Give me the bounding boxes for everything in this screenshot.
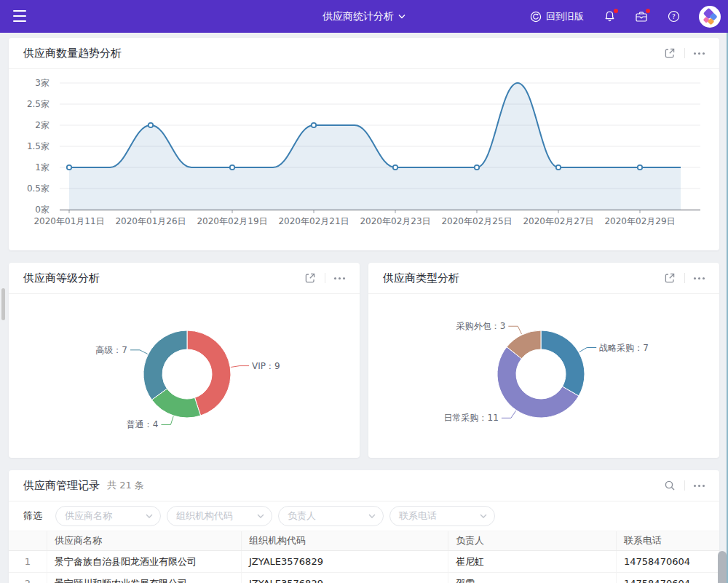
y-axis-tick-label: 2.5家 — [27, 99, 50, 109]
select-placeholder: 负责人 — [288, 509, 316, 523]
records-count: 共 21 条 — [107, 479, 144, 492]
avatar-logo-icon — [699, 6, 721, 28]
divider — [325, 273, 325, 283]
x-axis-tick-label: 2020年02月25日 — [441, 216, 512, 226]
data-point[interactable] — [67, 165, 71, 170]
filter-person-select[interactable]: 负责人 — [278, 506, 384, 526]
x-axis-tick-label: 2020年01月26日 — [115, 216, 186, 226]
select-placeholder: 联系电话 — [399, 509, 437, 523]
data-point[interactable] — [393, 165, 397, 170]
data-point[interactable] — [556, 165, 561, 170]
label-leader-line — [508, 326, 521, 334]
divider — [684, 273, 685, 283]
help-button[interactable]: ? — [667, 10, 680, 23]
records-card-title: 供应商管理记录 — [23, 479, 100, 493]
x-axis-tick-label: 2020年02月19日 — [197, 216, 267, 226]
select-placeholder: 供应商名称 — [65, 509, 112, 523]
top-navbar: 供应商统计分析 回到旧版 — [0, 0, 728, 33]
data-point[interactable] — [149, 123, 153, 127]
x-axis-tick-label: 2020年02月29日 — [604, 216, 675, 226]
data-point[interactable] — [475, 165, 479, 170]
y-axis-tick-label: 1.5家 — [27, 141, 50, 151]
right-scrollbar-thumb[interactable] — [718, 551, 727, 583]
row-index-cell: 2 — [9, 573, 47, 583]
x-axis-tick-label: 2020年02月23日 — [360, 216, 430, 226]
trend-line-chart[interactable]: 3家2.5家2家1.5家1家0.5家0家2020年01月11日2020年01月2… — [9, 69, 719, 250]
y-axis-tick-label: 1家 — [35, 162, 50, 172]
data-point[interactable] — [312, 123, 316, 127]
question-icon: ? — [668, 10, 680, 23]
label-leader-line — [161, 416, 173, 424]
table-cell: 14758470604 — [617, 573, 720, 583]
label-leader-line — [130, 350, 148, 354]
row-index-cell: 1 — [9, 551, 47, 573]
divider — [684, 48, 685, 58]
export-icon[interactable] — [664, 272, 676, 284]
chevron-down-icon — [257, 513, 264, 519]
data-point[interactable] — [230, 165, 234, 170]
y-axis-tick-label: 2家 — [35, 120, 50, 130]
data-point[interactable] — [638, 165, 642, 170]
x-axis-tick-label: 2020年01月11日 — [33, 216, 104, 226]
records-card: 供应商管理记录 共 21 条 筛选 供应商名称 组织机构代码 负责人 联系电 — [9, 470, 719, 583]
type-card-title: 供应商类型分析 — [383, 271, 459, 285]
type-analysis-card: 供应商类型分析 战略采购：7日常采购：11采购外包：3 — [368, 263, 719, 458]
filter-org-code-select[interactable]: 组织机构代码 — [167, 506, 272, 526]
workbox-button[interactable] — [635, 10, 648, 23]
donut-slice-label: 高级：7 — [95, 345, 127, 355]
donut-slice-label: 普通：4 — [127, 419, 159, 429]
table-row[interactable]: 1景宁畲族自治县阳龙酒业有限公司JZYALE3576829崔尼虹14758470… — [9, 551, 719, 573]
more-actions-icon[interactable] — [334, 274, 345, 282]
select-placeholder: 组织机构代码 — [176, 509, 233, 523]
y-axis-tick-label: 0.5家 — [27, 183, 50, 194]
filter-phone-select[interactable]: 联系电话 — [389, 506, 495, 526]
donut-slice-label: 日常采购：11 — [444, 413, 499, 423]
y-axis-tick-label: 0家 — [35, 205, 50, 215]
type-donut-chart[interactable]: 战略采购：7日常采购：11采购外包：3 — [368, 294, 719, 458]
table-cell: 崔尼虹 — [448, 551, 617, 573]
table-cell: 景宁颐川和顺农业发展有限公司 — [47, 573, 242, 583]
chevron-down-icon — [398, 14, 405, 19]
records-table-wrap: 供应商名称组织机构代码负责人联系电话供应商类型 1景宁畲族自治县阳龙酒业有限公司… — [9, 531, 719, 583]
back-to-old-icon — [530, 11, 542, 23]
more-actions-icon[interactable] — [694, 482, 705, 490]
filter-supplier-name-select[interactable]: 供应商名称 — [55, 506, 161, 526]
left-scrollbar-thumb[interactable] — [1, 288, 5, 320]
svg-text:?: ? — [672, 13, 676, 20]
divider — [684, 480, 685, 491]
label-leader-line — [231, 366, 249, 368]
grade-donut-chart[interactable]: VIP：9普通：4高级：7 — [9, 294, 360, 458]
search-icon[interactable] — [664, 480, 676, 491]
donut-slice[interactable] — [143, 330, 187, 400]
more-actions-icon[interactable] — [694, 274, 705, 282]
label-leader-line — [502, 411, 516, 418]
records-table: 供应商名称组织机构代码负责人联系电话供应商类型 1景宁畲族自治县阳龙酒业有限公司… — [9, 531, 719, 583]
table-cell: 14758470604 — [617, 551, 720, 573]
filter-bar: 筛选 供应商名称 组织机构代码 负责人 联系电话 — [9, 501, 719, 531]
export-icon[interactable] — [304, 272, 316, 284]
user-avatar[interactable] — [699, 6, 721, 28]
table-cell: 邵雪 — [448, 573, 617, 583]
chevron-down-icon — [480, 513, 487, 519]
trend-analysis-card: 供应商数量趋势分析 3家2.5家2家1.5家1家0.5家0家2020年01月11… — [9, 38, 719, 250]
grade-analysis-card: 供应商等级分析 VIP：9普通：4高级：7 — [9, 263, 360, 458]
workbox-badge — [646, 9, 650, 13]
filter-label: 筛选 — [23, 509, 42, 523]
table-header-cell: 负责人 — [448, 531, 617, 551]
page-title: 供应商统计分析 — [323, 10, 394, 23]
trend-card-title: 供应商数量趋势分析 — [23, 47, 122, 60]
export-icon[interactable] — [664, 47, 676, 59]
table-header-cell: 联系电话 — [617, 531, 720, 551]
notification-badge — [614, 9, 618, 13]
table-cell: 景宁畲族自治县阳龙酒业有限公司 — [47, 551, 242, 573]
x-axis-tick-label: 2020年02月27日 — [523, 216, 593, 226]
table-header-cell — [9, 531, 47, 551]
donut-slice-label: 战略采购：7 — [599, 343, 649, 353]
table-row[interactable]: 2景宁颐川和顺农业发展有限公司JZYALE3576829邵雪1475847060… — [9, 573, 719, 583]
table-header-cell: 供应商名称 — [47, 531, 242, 551]
notifications-button[interactable] — [603, 10, 616, 23]
more-actions-icon[interactable] — [694, 49, 705, 57]
back-to-old-label: 回到旧版 — [546, 10, 584, 23]
back-to-old-version-button[interactable]: 回到旧版 — [530, 10, 584, 23]
donut-slice[interactable] — [541, 330, 585, 396]
